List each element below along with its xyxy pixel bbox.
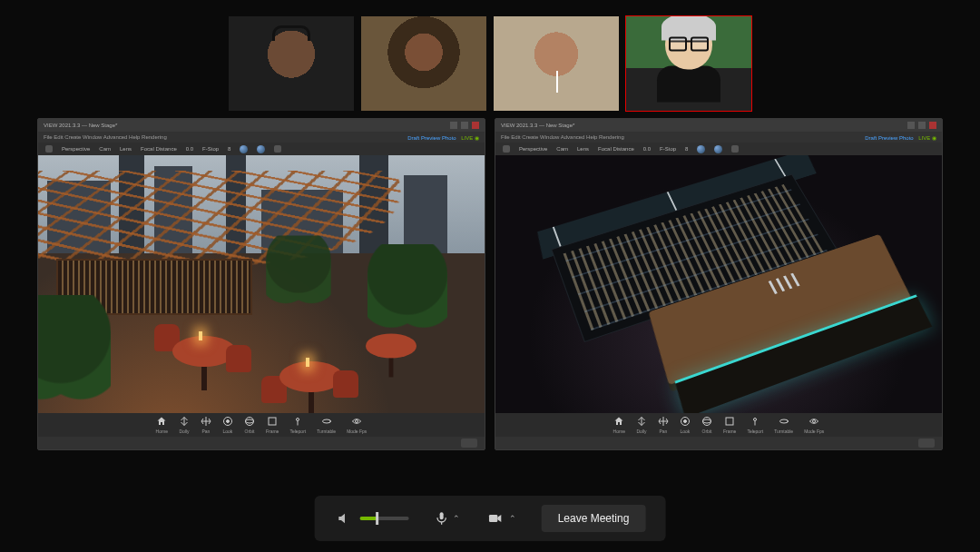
material-sphere-icon[interactable] [714,145,722,153]
camera-button[interactable]: ⌃ [485,511,516,526]
menu-edit[interactable]: Edit [54,134,63,140]
cloud-icon[interactable]: ◉ [475,135,479,141]
meeting-controls: ⌃ ⌃ Leave Meeting [315,496,666,541]
menu-advanced[interactable]: Advanced [561,134,585,140]
menu-help[interactable]: Help [586,134,597,140]
tab-photo[interactable]: Photo [442,135,456,141]
participant-tile-4[interactable] [626,16,751,111]
volume-control[interactable] [335,511,409,526]
chevron-up-icon[interactable]: ⌃ [453,514,460,523]
view-mode-label[interactable]: Perspective [519,146,547,152]
chevron-up-icon[interactable]: ⌃ [509,514,516,523]
menu-window[interactable]: Window [83,134,102,140]
menu-file[interactable]: File [501,134,510,140]
participant-tile-2[interactable] [361,16,486,111]
nav-orbit[interactable]: Orbit [244,416,255,434]
menu-file[interactable]: File [44,134,53,140]
toolbar-toggle-icon[interactable] [731,145,739,153]
window-titlebar-left[interactable]: VIEW 2021.3.3 — New Stage* [38,119,485,132]
nav-turntable[interactable]: Turntable [317,416,336,434]
tab-photo[interactable]: Photo [899,135,914,141]
nav-mode-fps[interactable]: Mode Fps [804,416,824,434]
microphone-button[interactable]: ⌃ [435,509,460,527]
close-icon[interactable] [929,122,936,129]
menu-create[interactable]: Create [64,134,81,140]
navigation-toolbar-left: Home Dolly Pan Look Orbit Frame Teleport… [38,413,485,437]
nav-look[interactable]: Look [680,416,691,434]
toolbar-toggle-icon[interactable] [274,145,281,153]
participant-grid [0,0,980,111]
nav-dolly[interactable]: Dolly [179,416,190,434]
microphone-icon [435,509,449,527]
fstop-value[interactable]: 8 [685,146,688,152]
lens-label[interactable]: Lens [577,146,589,152]
menu-help[interactable]: Help [129,134,140,140]
shared-window-left[interactable]: VIEW 2021.3.3 — New Stage* File Edit Cre… [37,118,485,450]
cam-label[interactable]: Cam [556,146,568,152]
lens-label[interactable]: Lens [120,146,132,152]
hamburger-icon[interactable] [503,145,510,153]
cam-label[interactable]: Cam [99,146,111,152]
hamburger-icon[interactable] [45,145,53,153]
window-title-left: VIEW 2021.3.3 — New Stage* [44,123,117,128]
volume-thumb[interactable] [376,512,378,525]
minimize-icon[interactable] [450,122,457,129]
menu-window[interactable]: Window [540,134,559,140]
focal-value[interactable]: 0.0 [186,146,193,152]
nav-orbit[interactable]: Orbit [701,416,712,434]
menu-rendering[interactable]: Rendering [599,134,624,140]
fstop-value[interactable]: 8 [228,146,230,152]
window-titlebar-right[interactable]: VIEW 2021.3.3 — New Stage* [495,119,942,132]
nav-teleport[interactable]: Teleport [289,416,306,434]
nav-pan[interactable]: Pan [658,416,669,434]
menu-create[interactable]: Create [522,134,538,140]
minimize-icon[interactable] [907,122,915,129]
svg-point-10 [702,418,710,426]
nav-turntable[interactable]: Turntable [774,416,793,434]
navigation-toolbar-right: Home Dolly Pan Look Orbit Frame Teleport… [495,413,942,437]
nav-home[interactable]: Home [613,416,625,434]
focal-value[interactable]: 0.0 [643,146,651,152]
maximize-icon[interactable] [461,122,468,129]
menu-edit[interactable]: Edit [511,134,520,140]
status-badge[interactable] [918,439,935,448]
menu-rendering[interactable]: Rendering [142,134,167,140]
menubar-left: File Edit Create Window Advanced Help Re… [38,132,485,143]
nav-dolly[interactable]: Dolly [636,416,647,434]
view-mode-label[interactable]: Perspective [62,146,90,152]
tab-draft[interactable]: Draft [407,135,419,141]
nav-frame[interactable]: Frame [723,416,736,434]
nav-pan[interactable]: Pan [201,416,211,434]
leave-meeting-button[interactable]: Leave Meeting [542,505,646,532]
menu-advanced[interactable]: Advanced [103,134,128,140]
participant-tile-1[interactable] [229,16,354,111]
volume-slider[interactable] [360,517,409,520]
tab-preview[interactable]: Preview [878,135,897,141]
material-sphere-icon[interactable] [240,145,248,153]
nav-home[interactable]: Home [156,416,168,434]
nav-mode-fps[interactable]: Mode Fps [347,416,367,434]
cloud-icon[interactable]: ◉ [932,135,936,141]
nav-frame[interactable]: Frame [266,416,279,434]
svg-point-13 [754,419,757,421]
svg-point-1 [226,420,229,423]
viewport-left[interactable] [38,155,485,413]
material-sphere-icon[interactable] [697,145,705,153]
statusbar-right [495,437,942,449]
svg-point-15 [813,420,816,423]
nav-teleport[interactable]: Teleport [747,416,763,434]
shared-window-right[interactable]: VIEW 2021.3.3 — New Stage* File Edit Cre… [495,118,943,450]
nav-look[interactable]: Look [222,416,233,434]
material-sphere-icon[interactable] [257,145,265,153]
status-badge[interactable] [461,439,477,448]
svg-point-5 [297,419,299,421]
svg-rect-16 [440,512,444,519]
tab-preview[interactable]: Preview [421,135,440,141]
tab-draft[interactable]: Draft [865,135,877,141]
participant-video-1 [229,16,354,111]
fstop-label: F-Stop [660,146,676,152]
participant-tile-3[interactable] [494,16,619,111]
viewport-right[interactable] [495,155,942,413]
close-icon[interactable] [472,122,479,129]
maximize-icon[interactable] [918,122,926,129]
